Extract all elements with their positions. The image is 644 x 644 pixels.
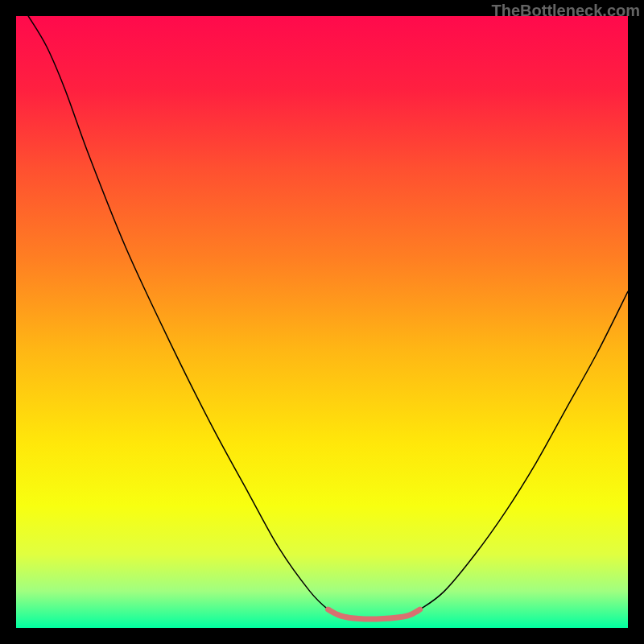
chart-container: TheBottleneck.com	[0, 0, 644, 644]
watermark-label: TheBottleneck.com	[492, 2, 640, 20]
plot-area	[16, 16, 628, 628]
gradient-background	[16, 16, 628, 628]
bottleneck-chart	[16, 16, 628, 628]
